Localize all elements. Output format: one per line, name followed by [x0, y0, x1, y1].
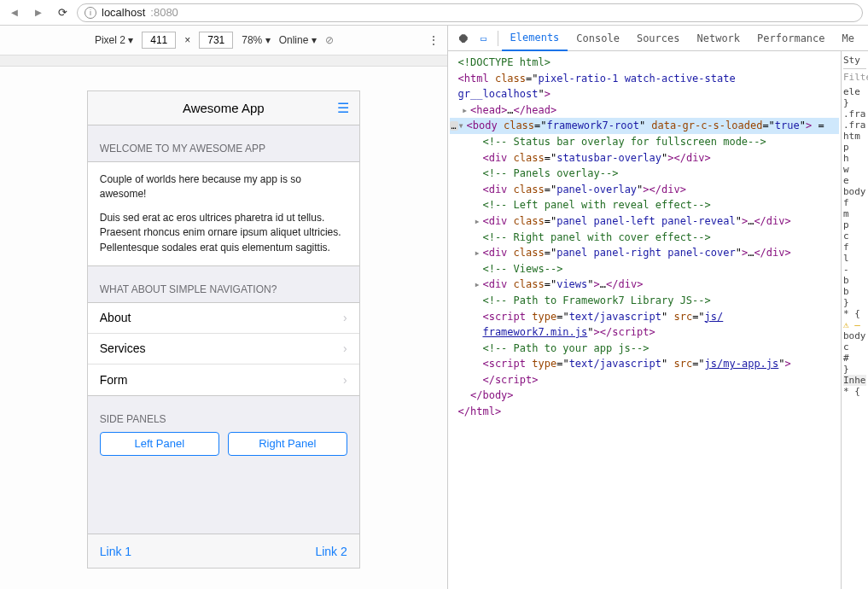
- right-panel-button[interactable]: Right Panel: [228, 432, 347, 456]
- dom-line[interactable]: framework7.min.js"></script>: [450, 324, 839, 341]
- device-menu-icon[interactable]: ⋮: [428, 34, 439, 46]
- devtools-tab-me[interactable]: Me: [834, 26, 863, 51]
- styles-line: .fra: [843, 120, 866, 131]
- zoom-select[interactable]: 78% ▾: [242, 34, 270, 46]
- nav-title: WHAT ABOUT SIMPLE NAVIGATION?: [88, 266, 359, 302]
- styles-line: }: [843, 97, 866, 108]
- dom-line[interactable]: ▸<head>…</head>: [450, 102, 839, 119]
- dom-line[interactable]: <div class="panel-overlay"></div>: [450, 182, 839, 198]
- nav-item-label: About: [100, 311, 131, 324]
- dom-line[interactable]: <!-- Views-->: [450, 261, 839, 277]
- dom-line[interactable]: <!-- Right panel with cover effect-->: [450, 230, 839, 246]
- left-panel-button[interactable]: Left Panel: [100, 432, 219, 456]
- url-host: localhost: [102, 6, 145, 19]
- dom-line[interactable]: …▾<body class="framework7-root" data-gr-…: [450, 118, 839, 134]
- devtools: ⯃ ▭ ElementsConsoleSourcesNetworkPerform…: [448, 26, 868, 589]
- devtools-tab-console[interactable]: Console: [568, 26, 628, 51]
- url-port: :8080: [150, 6, 178, 19]
- nav-item-label: Services: [100, 341, 146, 355]
- styles-line: f: [843, 242, 866, 253]
- width-input[interactable]: [142, 32, 176, 49]
- dom-tree[interactable]: <!DOCTYPE html><html class="pixel-ratio-…: [448, 51, 841, 589]
- styles-line: body: [843, 186, 866, 197]
- dom-line[interactable]: <!-- Path to your app js-->: [450, 341, 839, 357]
- dom-line[interactable]: <!-- Panels overlay-->: [450, 166, 839, 182]
- app-navbar: Awesome App ☰: [88, 91, 359, 125]
- devtools-tab-sources[interactable]: Sources: [628, 26, 689, 51]
- nav-item-about[interactable]: About›: [88, 303, 359, 334]
- dim-sep: ×: [184, 34, 190, 46]
- dom-line[interactable]: <script type="text/javascript" src="js/: [450, 309, 839, 325]
- devtools-tabs: ⯃ ▭ ElementsConsoleSourcesNetworkPerform…: [448, 26, 868, 51]
- styles-line: ele: [843, 86, 866, 97]
- welcome-line1: Couple of worlds here because my app is …: [100, 172, 347, 202]
- chevron-right-icon: ›: [343, 341, 347, 355]
- nav-item-services[interactable]: Services›: [88, 334, 359, 364]
- chevron-right-icon: ›: [343, 311, 347, 324]
- styles-line: e: [843, 175, 866, 186]
- welcome-block: Couple of worlds here because my app is …: [88, 161, 359, 266]
- app-title: Awesome App: [183, 101, 265, 115]
- device-preview-pane: Pixel 2 ▾ × 78% ▾ Online ▾ ⊘ ⋮ Awesome A…: [0, 26, 448, 589]
- styles-line: h: [843, 153, 866, 164]
- dom-line[interactable]: </html>: [450, 404, 839, 420]
- ruler: [0, 55, 447, 67]
- dom-line[interactable]: </script>: [450, 372, 839, 388]
- devtools-tab-elements[interactable]: Elements: [502, 26, 568, 51]
- url-bar[interactable]: i localhost:8080: [77, 3, 863, 22]
- dom-line[interactable]: ▸<div class="panel panel-left panel-reve…: [450, 213, 839, 230]
- styles-line: p: [843, 219, 866, 230]
- styles-pane[interactable]: Sty Filte ele}.fra.frahtm p h w ebody f …: [841, 51, 868, 589]
- menu-list-icon[interactable]: ☰: [337, 100, 349, 116]
- devtools-tab-network[interactable]: Network: [688, 26, 749, 51]
- reload-button[interactable]: ⟳: [53, 3, 72, 22]
- device-select[interactable]: Pixel 2 ▾: [95, 34, 133, 46]
- styles-filter[interactable]: Filte: [843, 72, 866, 83]
- dom-line[interactable]: <!-- Left panel with reveal effect-->: [450, 197, 839, 213]
- toolbar-link-2[interactable]: Link 2: [315, 545, 347, 558]
- dom-line[interactable]: gr__localhost">: [450, 86, 839, 102]
- styles-line: l: [843, 253, 866, 264]
- toolbar-link-1[interactable]: Link 1: [100, 545, 131, 558]
- device-toolbar: Pixel 2 ▾ × 78% ▾ Online ▾ ⊘ ⋮: [0, 26, 447, 55]
- devtools-tab-performance[interactable]: Performance: [749, 26, 833, 51]
- styles-line: w: [843, 164, 866, 175]
- device-mode-icon[interactable]: ▭: [474, 32, 494, 44]
- dom-line[interactable]: </body>: [450, 388, 839, 404]
- nav-item-form[interactable]: Form›: [88, 364, 359, 395]
- styles-line: m: [843, 208, 866, 219]
- forward-button[interactable]: ►: [29, 3, 48, 22]
- rotate-icon[interactable]: ⊘: [325, 34, 334, 46]
- dom-line[interactable]: <!-- Status bar overlay for fullscreen m…: [450, 134, 839, 150]
- nav-item-label: Form: [100, 373, 128, 387]
- phone-viewport: Awesome App ☰ WELCOME TO MY AWESOME APP …: [87, 90, 360, 569]
- throttle-select[interactable]: Online ▾: [279, 34, 317, 46]
- styles-line: }: [843, 364, 866, 375]
- dom-line[interactable]: ▸<div class="panel panel-right panel-cov…: [450, 245, 839, 261]
- dom-line[interactable]: <script type="text/javascript" src="js/m…: [450, 356, 839, 372]
- welcome-title: WELCOME TO MY AWESOME APP: [88, 125, 359, 161]
- styles-line: htm: [843, 131, 866, 142]
- site-info-icon[interactable]: i: [84, 7, 96, 19]
- app-toolbar: Link 1 Link 2: [88, 534, 359, 568]
- styles-line: c: [843, 341, 866, 353]
- dom-line[interactable]: <!-- Path to Framework7 Library JS-->: [450, 293, 839, 309]
- welcome-line2: Duis sed erat ac eros ultrices pharetra …: [100, 211, 347, 255]
- styles-line: c: [843, 230, 866, 242]
- height-input[interactable]: [199, 32, 233, 49]
- chevron-right-icon: ›: [343, 373, 347, 387]
- styles-line: p: [843, 142, 866, 153]
- dom-line[interactable]: ▸<div class="views">…</div>: [450, 277, 839, 293]
- styles-header: Sty: [843, 55, 866, 69]
- back-button[interactable]: ◄: [5, 3, 24, 22]
- styles-line: ⚠ —: [843, 319, 866, 330]
- styles-line: b: [843, 275, 866, 286]
- dom-line[interactable]: <!DOCTYPE html>: [450, 55, 839, 71]
- styles-line: * {: [843, 308, 866, 319]
- dom-line[interactable]: <div class="statusbar-overlay"></div>: [450, 150, 839, 166]
- dom-line[interactable]: <html class="pixel-ratio-1 watch-active-…: [450, 71, 839, 87]
- browser-toolbar: ◄ ► ⟳ i localhost:8080: [0, 0, 868, 26]
- styles-line: #: [843, 353, 866, 364]
- inspect-icon[interactable]: ⯃: [453, 32, 474, 44]
- styles-line: body: [843, 330, 866, 341]
